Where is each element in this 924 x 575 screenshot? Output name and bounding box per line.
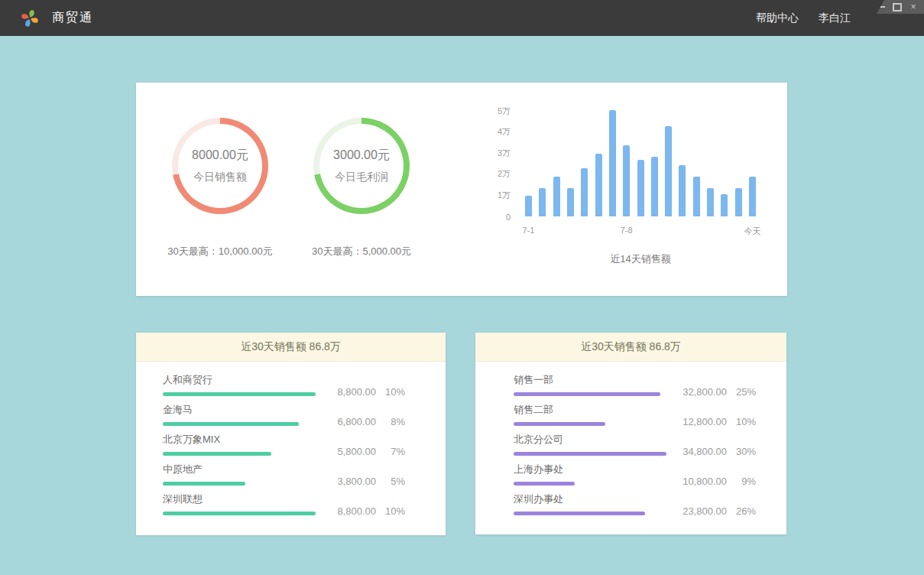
today-sales-donut-block: 8000.00元 今日销售额 30天最高：10,000.00元 xyxy=(155,118,285,258)
rank-row-percent: 10% xyxy=(376,386,405,398)
sales-bar xyxy=(721,194,728,216)
sales-bar xyxy=(749,177,756,216)
rank-row-bar xyxy=(163,392,316,396)
rank-row: 北京分公司34,800.0030% xyxy=(514,435,756,456)
sales-bar xyxy=(679,165,686,216)
x-tick-label: 7-1 xyxy=(523,226,535,235)
app-logo-icon xyxy=(20,8,40,28)
department-sales-rank-card: 近30天销售额 86.8万 销售一部32,800.0025%销售二部12,800… xyxy=(475,333,786,534)
bar-chart xyxy=(525,109,756,216)
rank-row-label: 金海马 xyxy=(163,403,337,417)
rank-row-label: 人和商贸行 xyxy=(163,373,337,387)
today-sales-value: 8000.00元 xyxy=(192,148,248,164)
sales-bar xyxy=(637,160,644,216)
rank-row: 中原地产3,800.005% xyxy=(163,465,405,486)
bar-chart-x-axis: 7-17-8今天 xyxy=(525,226,756,238)
rank-row-amount: 12,800.00 xyxy=(682,416,727,427)
sales-bar xyxy=(525,196,532,217)
sales-bar xyxy=(553,177,560,216)
rank-row-amount: 32,800.00 xyxy=(682,386,727,398)
rank-row-label: 中原地产 xyxy=(163,463,337,476)
rank-row-value: 5,800.007% xyxy=(337,446,405,457)
rank-row-label: 销售二部 xyxy=(514,403,682,417)
rank-row-bar xyxy=(163,452,271,456)
rank-row-value: 3,800.005% xyxy=(337,476,405,487)
rank-card-title: 近30天销售额 86.8万 xyxy=(136,333,446,362)
rank-row-label: 销售一部 xyxy=(514,373,682,387)
bar-chart-caption: 近14天销售额 xyxy=(525,252,756,266)
sales-bar xyxy=(623,145,630,217)
today-profit-label: 今日毛利润 xyxy=(335,171,388,184)
sales-bar xyxy=(539,188,546,216)
rank-row-value: 32,800.0025% xyxy=(682,386,756,398)
overview-card: 8000.00元 今日销售额 30天最高：10,000.00元 3000.00元… xyxy=(136,83,787,296)
today-sales-max-caption: 30天最高：10,000.00元 xyxy=(167,245,272,258)
rank-row-amount: 10,800.00 xyxy=(682,476,727,487)
rank-card-title: 近30天销售额 86.8万 xyxy=(475,333,786,362)
maximize-icon[interactable] xyxy=(893,2,902,11)
today-profit-donut-block: 3000.00元 今日毛利润 30天最高：5,000.00元 xyxy=(297,118,426,258)
rank-row-label: 深圳联想 xyxy=(163,492,337,506)
sales-bar xyxy=(735,188,742,216)
sales-bar xyxy=(665,126,672,216)
rank-row-percent: 5% xyxy=(376,476,405,487)
rank-row: 人和商贸行8,800.0010% xyxy=(163,375,405,396)
sales-bar xyxy=(651,157,658,216)
customer-sales-rank-card: 近30天销售额 86.8万 人和商贸行8,800.0010%金海马6,800.0… xyxy=(136,333,446,535)
rank-row-amount: 34,800.00 xyxy=(682,446,727,457)
rank-row-value: 8,800.0010% xyxy=(337,386,405,398)
rank-row-amount: 5,800.00 xyxy=(337,446,376,457)
rank-row: 上海办事处10,800.009% xyxy=(514,465,756,486)
rank-row: 销售二部12,800.0010% xyxy=(514,405,756,426)
rank-row-percent: 9% xyxy=(727,476,756,487)
sales-bar xyxy=(609,110,616,216)
sales-bar xyxy=(693,177,700,216)
sales-bar xyxy=(567,188,574,216)
x-tick-label: 今天 xyxy=(744,226,761,237)
rank-row-percent: 25% xyxy=(727,386,756,398)
rank-row-value: 8,800.0010% xyxy=(337,505,405,517)
rank-row-value: 10,800.009% xyxy=(682,476,756,487)
rank-row-amount: 3,800.00 xyxy=(337,476,376,487)
sales-bar xyxy=(595,154,602,217)
y-tick-label: 5万 xyxy=(498,106,511,117)
rank-row-amount: 23,800.00 xyxy=(682,505,727,517)
rank-rows: 人和商贸行8,800.0010%金海马6,800.008%北京万象MIX5,80… xyxy=(136,362,446,515)
rank-row-percent: 10% xyxy=(727,416,756,427)
rank-row: 深圳办事处23,800.0026% xyxy=(514,495,756,515)
rank-row-bar xyxy=(514,422,605,426)
rank-rows: 销售一部32,800.0025%销售二部12,800.0010%北京分公司34,… xyxy=(475,362,786,515)
rank-row-value: 34,800.0030% xyxy=(682,446,756,457)
y-tick-label: 1万 xyxy=(498,190,511,201)
minimize-icon[interactable] xyxy=(877,2,886,11)
rank-row-label: 上海办事处 xyxy=(514,463,682,476)
rank-row-percent: 10% xyxy=(376,505,405,517)
rank-row: 北京万象MIX5,800.007% xyxy=(163,435,405,456)
rank-row-bar xyxy=(514,452,666,456)
x-tick-label: 7-8 xyxy=(621,226,633,235)
close-icon[interactable]: × xyxy=(909,2,918,11)
rank-row-percent: 26% xyxy=(727,505,756,517)
rank-row-percent: 30% xyxy=(727,446,756,457)
bar-chart-y-axis: 01万2万3万4万5万 xyxy=(465,109,511,217)
rank-row-bar xyxy=(163,512,316,515)
today-profit-value: 3000.00元 xyxy=(333,148,390,164)
y-tick-label: 3万 xyxy=(498,148,511,159)
help-center-link[interactable]: 帮助中心 xyxy=(756,11,799,25)
today-profit-donut: 3000.00元 今日毛利润 xyxy=(313,118,410,214)
app-title: 商贸通 xyxy=(52,10,93,26)
rank-row-value: 23,800.0026% xyxy=(682,505,756,517)
rank-row: 金海马6,800.008% xyxy=(163,405,405,426)
rank-row-label: 深圳办事处 xyxy=(514,492,682,506)
user-menu[interactable]: 李白江 xyxy=(819,11,851,25)
rank-row-label: 北京分公司 xyxy=(514,433,682,447)
today-sales-label: 今日销售额 xyxy=(193,171,247,184)
rank-row-amount: 8,800.00 xyxy=(337,386,376,398)
rank-row-bar xyxy=(163,482,245,486)
sales-bar xyxy=(581,168,588,216)
today-profit-max-caption: 30天最高：5,000.00元 xyxy=(312,245,411,258)
rank-row-percent: 7% xyxy=(376,446,405,457)
rank-row-bar xyxy=(514,392,660,396)
rank-row-value: 12,800.0010% xyxy=(682,416,756,427)
rank-row-value: 6,800.008% xyxy=(337,416,405,427)
